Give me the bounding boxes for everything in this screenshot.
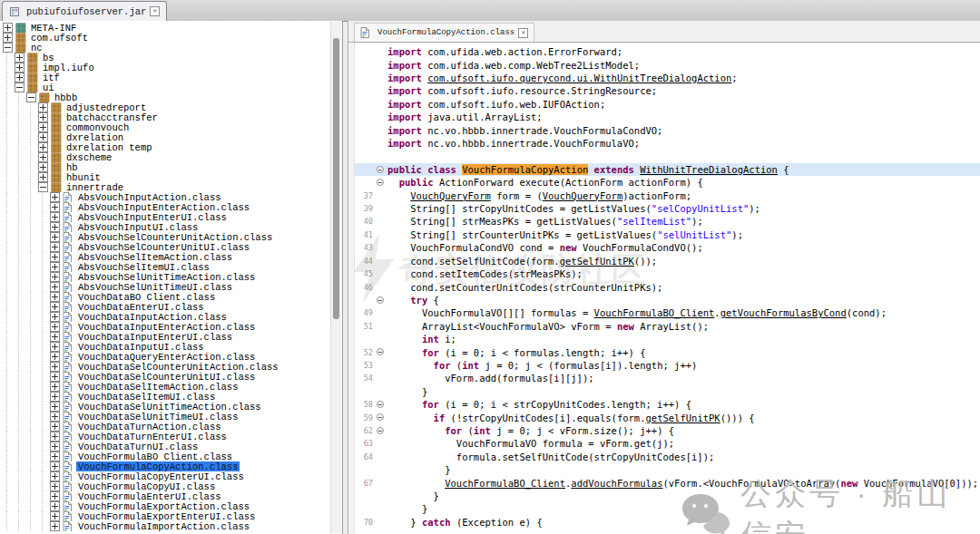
tree-item[interactable]: VouchFormulaImportAction.class	[3, 521, 329, 531]
tree-item[interactable]: VouchDataTurnAction.class	[3, 422, 329, 432]
tree-item[interactable]: VouchDataSelUnitTimeUI.class	[3, 412, 329, 422]
expand-toggle-icon[interactable]	[50, 511, 60, 521]
expand-toggle-icon[interactable]	[50, 332, 60, 342]
tree-item[interactable]: VouchFormulaCopyUI.class	[3, 481, 329, 491]
code-link[interactable]: VouchFormulaBO_Client	[445, 478, 565, 489]
close-icon[interactable]: ✕	[150, 6, 160, 16]
tree-item[interactable]: VouchDataInputEnterAction.class	[3, 322, 329, 332]
tree-item[interactable]: commonvouch	[3, 122, 329, 132]
tree-item[interactable]: VouchDataTurnEnterUI.class	[3, 432, 329, 442]
tree-item[interactable]: AbsVouchSelItemUI.class	[3, 262, 329, 272]
expand-toggle-icon[interactable]	[38, 122, 48, 132]
tree-item[interactable]: impl.iufo	[3, 63, 329, 73]
code-link[interactable]: WithUnitTreeDialogAction	[640, 164, 778, 175]
tab-jar-file[interactable]: pubiufoiufoserver.jar ✕	[2, 1, 167, 21]
tab-class-file[interactable]: VouchFormulaCopyAction.class ✕	[354, 23, 534, 42]
tree-item[interactable]: VouchDataInputUI.class	[3, 342, 329, 352]
code-link[interactable]: addVouchFormulas	[571, 478, 662, 489]
tree-item[interactable]: bs	[3, 53, 329, 63]
tree-item[interactable]: AbsVouchSelUnitTimeAction.class	[3, 272, 329, 282]
tree-item[interactable]: dxrelation temp	[3, 142, 329, 152]
expand-toggle-icon[interactable]	[50, 202, 60, 212]
collapse-toggle-icon[interactable]	[38, 182, 48, 192]
expand-toggle-icon[interactable]	[38, 112, 48, 122]
tree-item[interactable]: VouchDataQueryEnterAction.class	[3, 352, 329, 362]
tree-item[interactable]: hb	[3, 162, 329, 172]
expand-toggle-icon[interactable]	[50, 292, 60, 302]
tree-item[interactable]: VouchDataInputEnterUI.class	[3, 332, 329, 342]
expand-toggle-icon[interactable]	[50, 392, 60, 402]
tree-item[interactable]: AbsVouchSelUnitTimeUI.class	[3, 282, 329, 292]
expand-toggle-icon[interactable]	[50, 272, 60, 282]
tree-item[interactable]: VouchDataEnterUI.class	[3, 302, 329, 312]
code-link[interactable]: VouchQueryForm	[410, 190, 491, 201]
tree-item[interactable]: VouchFormulaExportEnterUI.class	[3, 511, 329, 521]
collapse-fold-icon[interactable]	[377, 296, 384, 304]
expand-toggle-icon[interactable]	[50, 372, 60, 382]
tree-item[interactable]: AbsVouchSelCounterUnitUI.class	[3, 242, 329, 252]
expand-toggle-icon[interactable]	[38, 162, 48, 172]
tree-item[interactable]: VouchFormulaCopyEnterUI.class	[3, 471, 329, 481]
tree-item[interactable]: itf	[3, 73, 329, 83]
expand-toggle-icon[interactable]	[50, 451, 60, 461]
expand-toggle-icon[interactable]	[50, 521, 60, 531]
expand-toggle-icon[interactable]	[3, 33, 13, 43]
expand-toggle-icon[interactable]	[38, 102, 48, 112]
expand-toggle-icon[interactable]	[50, 432, 60, 442]
code-link[interactable]: getSelfUnitPK	[646, 413, 720, 423]
expand-toggle-icon[interactable]	[50, 252, 60, 262]
expand-toggle-icon[interactable]	[38, 172, 48, 182]
expand-toggle-icon[interactable]	[38, 132, 48, 142]
expand-toggle-icon[interactable]	[50, 302, 60, 312]
tree-item[interactable]: dxrelation	[3, 132, 329, 142]
expand-toggle-icon[interactable]	[50, 282, 60, 292]
tree-item[interactable]: AbsVouchSelCounterUnitAction.class	[3, 232, 329, 242]
tree-item[interactable]: AbsVouchInputEnterAction.class	[3, 202, 329, 212]
tree-item[interactable]: innertrade	[3, 182, 329, 192]
tree-item[interactable]: VouchDataSelItemAction.class	[3, 382, 329, 392]
tree-item[interactable]: AbsVouchInputUI.class	[3, 222, 329, 232]
expand-toggle-icon[interactable]	[50, 232, 60, 242]
collapse-fold-icon[interactable]	[377, 348, 384, 355]
expand-toggle-icon[interactable]	[3, 23, 13, 33]
expand-toggle-icon[interactable]	[15, 73, 24, 83]
expand-toggle-icon[interactable]	[50, 471, 60, 481]
tree-item[interactable]: AbsVouchInputAction.class	[3, 192, 329, 202]
expand-toggle-icon[interactable]	[50, 422, 60, 432]
tree-item[interactable]: VouchFormulaCopyAction.class	[3, 461, 329, 471]
expand-toggle-icon[interactable]	[50, 352, 60, 362]
tree-item[interactable]: VouchDataBO Client.class	[3, 292, 329, 302]
tree-item[interactable]: VouchDataSelItemUI.class	[3, 392, 329, 402]
expand-toggle-icon[interactable]	[15, 63, 24, 73]
tree-item[interactable]: adjustedreport	[3, 102, 329, 112]
expand-toggle-icon[interactable]	[50, 491, 60, 501]
collapse-fold-icon[interactable]	[377, 401, 384, 408]
tree-item[interactable]: VouchFormulaExportAction.class	[3, 501, 329, 511]
code-link[interactable]: VouchQueryForm	[543, 190, 623, 201]
expand-toggle-icon[interactable]	[38, 152, 48, 162]
expand-toggle-icon[interactable]	[38, 142, 48, 152]
expand-toggle-icon[interactable]	[50, 362, 60, 372]
tree-item[interactable]: batchacctransfer	[3, 112, 329, 122]
tree-item[interactable]: VouchDataSelCounterUnitUI.class	[3, 372, 329, 382]
collapse-fold-icon[interactable]	[377, 427, 384, 434]
collapse-toggle-icon[interactable]	[15, 83, 24, 92]
collapse-fold-icon[interactable]	[377, 179, 384, 186]
tree-item[interactable]: nc	[3, 43, 329, 53]
expand-toggle-icon[interactable]	[50, 442, 60, 451]
expand-toggle-icon[interactable]	[50, 222, 60, 232]
expand-toggle-icon[interactable]	[50, 501, 60, 511]
expand-toggle-icon[interactable]	[50, 382, 60, 392]
expand-toggle-icon[interactable]	[15, 53, 24, 63]
expand-toggle-icon[interactable]	[50, 461, 60, 471]
tree-item[interactable]: VouchDataTurnUI.class	[3, 442, 329, 451]
tree-item[interactable]: hbbb	[3, 92, 329, 102]
tree-item[interactable]: META-INF	[3, 23, 329, 33]
tree-item[interactable]: VouchDataSelUnitTimeAction.class	[3, 402, 329, 412]
collapse-toggle-icon[interactable]	[3, 43, 13, 53]
expand-toggle-icon[interactable]	[50, 481, 60, 491]
tree-item[interactable]: ui	[3, 83, 329, 92]
tree-item[interactable]: dxscheme	[3, 152, 329, 162]
expand-toggle-icon[interactable]	[50, 412, 60, 422]
expand-toggle-icon[interactable]	[50, 322, 60, 332]
